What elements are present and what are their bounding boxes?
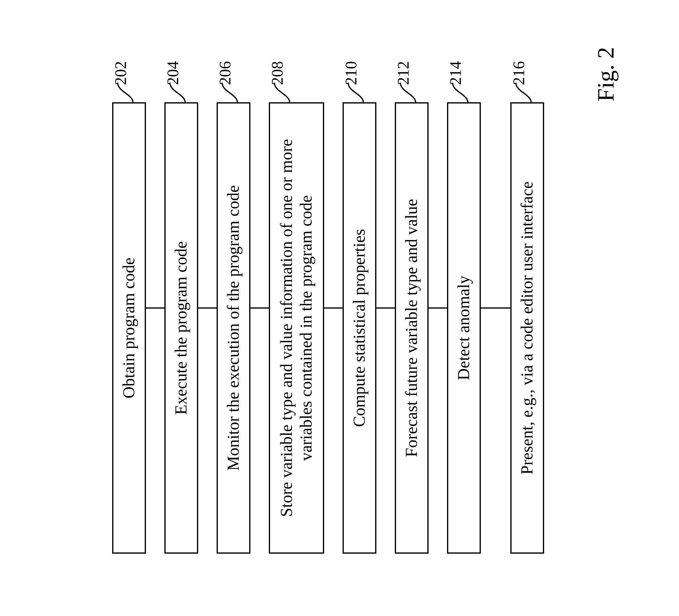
flow-connector (198, 307, 217, 309)
flow-step-number: 216 (510, 61, 528, 85)
flow-step-box: Monitor the execution of the program cod… (217, 102, 250, 554)
flow-connector (481, 307, 510, 309)
flow-step: Compute statistical properties210 (343, 62, 376, 554)
flow-step-box: Store variable type and value informatio… (269, 102, 324, 554)
leader-curve-icon (167, 82, 186, 103)
flow-step: Obtain program code202 (112, 62, 146, 554)
leader-curve-icon (272, 82, 290, 103)
flow-connector (376, 307, 395, 309)
flow-step-number: 206 (216, 61, 234, 85)
flow-step: Forecast future variable type and value2… (395, 62, 429, 554)
flow-step: Detect anomaly214 (447, 62, 481, 554)
flow-step-box: Forecast future variable type and value (395, 102, 429, 554)
flow-step-number: 202 (111, 61, 130, 85)
rotated-canvas: Obtain program code202Execute the progra… (47, 29, 632, 587)
leader-curve-icon (346, 82, 364, 103)
flow-step-box: Obtain program code (112, 102, 146, 554)
flow-step-box: Present, e.g., via a code editor user in… (510, 102, 544, 554)
flow-step-number: 212 (394, 61, 412, 85)
flow-step-box: Detect anomaly (447, 102, 481, 554)
leader-curve-icon (220, 82, 238, 103)
flow-connector (324, 307, 343, 309)
flow-step-box: Compute statistical properties (343, 102, 376, 554)
flow-connector (429, 307, 447, 309)
flow-step-number: 210 (342, 61, 360, 85)
flow-step-number: 204 (164, 61, 182, 85)
flow-step: Monitor the execution of the program cod… (217, 62, 250, 554)
flow-step: Present, e.g., via a code editor user in… (510, 62, 544, 554)
flow-step-number: 214 (446, 61, 464, 85)
leader-curve-icon (513, 82, 532, 103)
page: Obtain program code202Execute the progra… (0, 0, 679, 616)
leader-curve-icon (398, 82, 416, 103)
leader-curve-icon (450, 82, 468, 103)
flow-step: Execute the program code204 (164, 62, 198, 554)
flow-step-number: 208 (268, 61, 286, 85)
flow-step: Store variable type and value informatio… (269, 62, 324, 554)
flow-connector (250, 307, 269, 309)
flow-connector (146, 307, 164, 309)
figure-label: Fig. 2 (592, 47, 619, 101)
flow-step-box: Execute the program code (164, 102, 198, 554)
flowchart: Obtain program code202Execute the progra… (112, 62, 544, 554)
leader-curve-icon (115, 82, 134, 103)
